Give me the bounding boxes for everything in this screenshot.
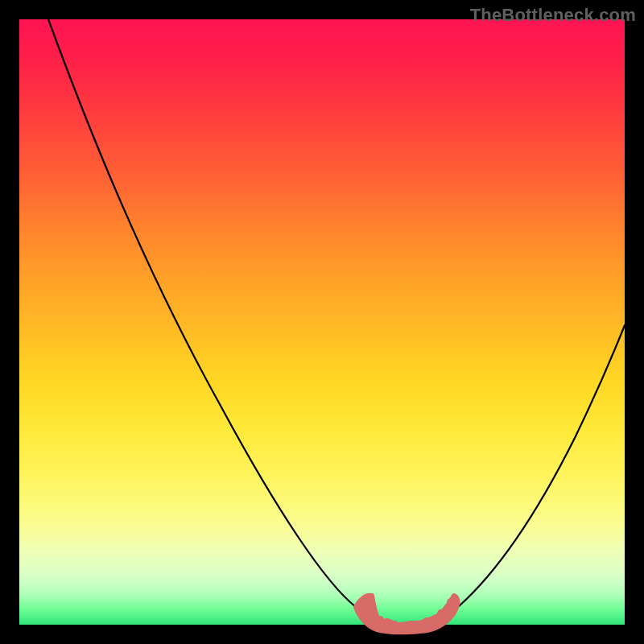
marker-dot <box>407 621 415 629</box>
chart-svg <box>19 19 625 625</box>
marker-dot <box>363 601 371 609</box>
watermark-text: TheBottleneck.com <box>470 5 636 26</box>
marker-dot <box>376 616 384 624</box>
marker-dot <box>437 609 445 617</box>
marker-dot <box>390 621 398 629</box>
bottleneck-curve-path <box>48 19 625 625</box>
marker-dot <box>447 598 455 606</box>
marker-dot <box>423 617 431 625</box>
plot-area <box>19 19 625 625</box>
chart-frame: TheBottleneck.com <box>0 0 644 644</box>
